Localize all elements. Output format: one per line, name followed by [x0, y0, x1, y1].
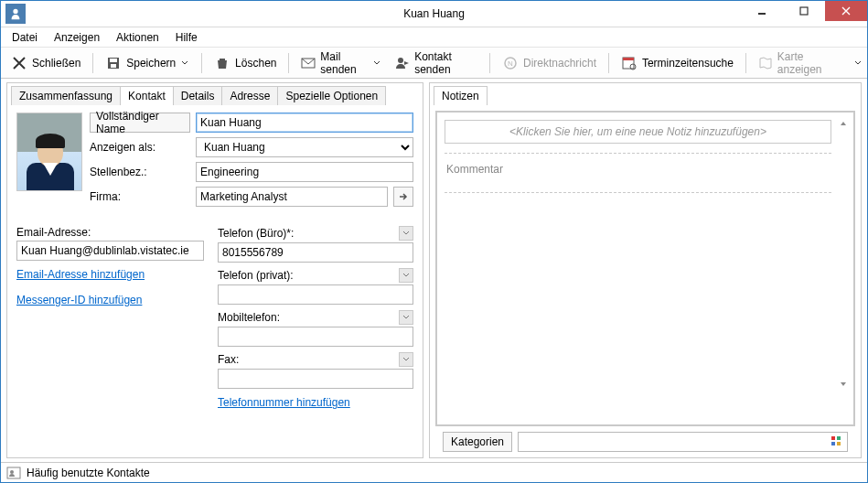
tab-adresse[interactable]: Adresse: [221, 86, 278, 105]
displayas-select[interactable]: Kuan Huang: [196, 137, 413, 157]
fax-type-dropdown[interactable]: [399, 352, 413, 367]
tab-zusammenfassung[interactable]: Zusammenfassung: [11, 86, 121, 105]
fax-input[interactable]: [218, 369, 413, 389]
menu-hilfe[interactable]: Hilfe: [168, 29, 205, 46]
right-pane: Notizen <Klicken Sie hier, um eine neue …: [429, 82, 862, 458]
company-label: Firma:: [90, 190, 190, 203]
toolbar-separator: [92, 53, 93, 73]
categories-bar: Kategorien: [435, 426, 855, 457]
add-messenger-link[interactable]: Messenger-ID hinzufügen: [16, 294, 142, 306]
close-label: Schließen: [32, 57, 80, 70]
svg-rect-0: [758, 13, 766, 15]
tab-kontakt[interactable]: Kontakt: [120, 86, 174, 105]
phone-home-type-dropdown[interactable]: [399, 268, 413, 283]
fullname-button[interactable]: Vollständiger Name: [90, 113, 190, 133]
email-label: Email-Adresse:: [16, 226, 91, 239]
add-note-field[interactable]: <Klicken Sie hier, um eine neue Notiz hi…: [445, 120, 831, 144]
save-button[interactable]: Speichern: [101, 52, 194, 74]
phone-office-type-dropdown[interactable]: [399, 226, 413, 241]
toolbar-separator: [489, 53, 490, 73]
map-icon: [758, 55, 773, 71]
company-goto-button[interactable]: [393, 187, 413, 207]
mobile-input[interactable]: [218, 327, 413, 347]
company-input[interactable]: [196, 187, 388, 207]
right-tabstrip: Notizen: [430, 83, 861, 105]
jobtitle-input[interactable]: [196, 162, 413, 182]
contact-form: Vollständiger Name Anzeigen als: Kuan Hu…: [7, 105, 423, 457]
mail-button[interactable]: Mail senden: [296, 48, 385, 79]
menu-aktionen[interactable]: Aktionen: [109, 29, 166, 46]
add-email-link[interactable]: Email-Adresse hinzufügen: [16, 268, 145, 281]
titlebar: Kuan Huang: [1, 1, 867, 27]
contact-photo[interactable]: [16, 113, 82, 191]
fax-label: Fax:: [218, 353, 239, 366]
menubar: Datei Anzeigen Aktionen Hilfe: [1, 27, 867, 48]
svg-rect-1: [800, 7, 808, 15]
send-contact-button[interactable]: Kontakt senden: [391, 48, 482, 79]
svg-text:N: N: [508, 59, 513, 68]
toolbar-overflow[interactable]: [854, 59, 862, 67]
maximize-button[interactable]: [783, 1, 825, 21]
minimize-button[interactable]: [741, 1, 783, 21]
toolbar-separator: [745, 53, 746, 73]
delete-button[interactable]: Löschen: [209, 52, 281, 74]
tab-spezielle-optionen[interactable]: Spezielle Optionen: [277, 86, 386, 105]
close-icon: [11, 55, 27, 71]
show-map-button: Karte anzeigen: [754, 48, 843, 79]
left-pane: Zusammenfassung Kontakt Details Adresse …: [6, 82, 423, 458]
toolbar-separator: [608, 53, 609, 73]
tab-details[interactable]: Details: [173, 86, 223, 105]
dm-icon: N: [502, 55, 519, 71]
app-icon: [5, 4, 26, 24]
fullname-input[interactable]: [196, 113, 413, 133]
email-input[interactable]: [16, 241, 204, 261]
phone-office-label: Telefon (Büro)*:: [218, 227, 294, 240]
svg-rect-14: [831, 442, 835, 445]
toolbar-separator: [201, 53, 202, 73]
mobile-type-dropdown[interactable]: [399, 310, 413, 325]
phone-office-input[interactable]: [218, 242, 413, 263]
toolbar: Schließen Speichern Löschen Mail senden …: [1, 48, 867, 79]
divider: [445, 153, 831, 154]
dm-label: Direktnachricht: [523, 57, 596, 70]
mail-label: Mail senden: [320, 50, 369, 76]
window-buttons: [741, 1, 867, 21]
main-area: Zusammenfassung Kontakt Details Adresse …: [1, 79, 867, 462]
toolbar-separator: [288, 53, 289, 73]
svg-rect-4: [111, 64, 116, 68]
window-title: Kuan Huang: [1, 7, 867, 20]
mobile-label: Mobiltelefon:: [218, 311, 280, 324]
notes-scrollbar[interactable]: [837, 120, 850, 388]
trash-icon: [214, 55, 230, 71]
send-contact-label: Kontakt senden: [414, 50, 477, 76]
mail-icon: [301, 55, 316, 71]
svg-point-6: [398, 58, 403, 63]
menu-anzeigen[interactable]: Anzeigen: [47, 29, 107, 46]
statusbar: Häufig benutzte Kontakte: [1, 462, 867, 482]
mail-dropdown[interactable]: [373, 59, 380, 67]
delete-label: Löschen: [235, 57, 276, 70]
save-dropdown[interactable]: [180, 59, 189, 67]
contact-send-icon: [395, 55, 410, 71]
close-button[interactable]: [825, 1, 867, 21]
divider: [445, 192, 831, 193]
calendar-search-icon: [621, 55, 638, 71]
tab-notizen[interactable]: Notizen: [434, 86, 488, 105]
show-map-label: Karte anzeigen: [777, 50, 839, 76]
displayas-label: Anzeigen als:: [90, 141, 190, 154]
categories-button[interactable]: Kategorien: [443, 432, 512, 452]
categories-field[interactable]: [518, 432, 848, 452]
phone-home-input[interactable]: [218, 284, 413, 305]
time-search-label: Terminzeitensuche: [642, 57, 734, 70]
add-phone-link[interactable]: Telefonnummer hinzufügen: [218, 396, 350, 409]
category-picker-icon: [830, 435, 843, 448]
status-text: Häufig benutzte Kontakte: [27, 467, 150, 479]
menu-datei[interactable]: Datei: [5, 29, 45, 46]
contact-window: Kuan Huang Datei Anzeigen Aktionen Hilfe…: [0, 0, 868, 483]
save-icon: [105, 55, 122, 71]
comment-heading: Kommentar: [446, 163, 831, 176]
svg-rect-16: [7, 467, 20, 478]
jobtitle-label: Stellenbez.:: [90, 166, 190, 178]
time-search-button[interactable]: Terminzeitensuche: [616, 52, 738, 74]
close-contact-button[interactable]: Schließen: [6, 52, 85, 74]
